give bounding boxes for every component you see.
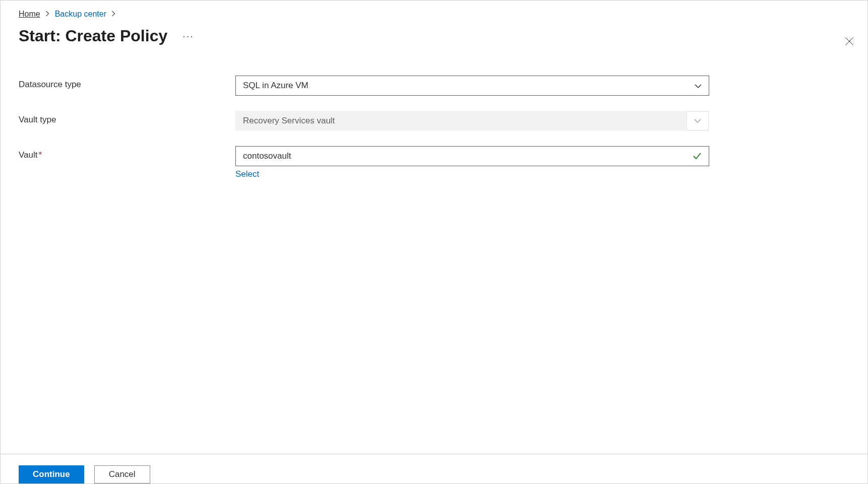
chevron-down-icon — [695, 82, 702, 89]
form-section: Datasource type SQL in Azure VM Vault ty… — [19, 76, 724, 179]
cancel-button[interactable]: Cancel — [94, 465, 150, 483]
continue-button[interactable]: Continue — [19, 465, 84, 483]
page-header: Start: Create Policy ··· — [19, 27, 849, 45]
datasource-type-label: Datasource type — [19, 76, 235, 90]
chevron-right-icon — [111, 10, 116, 18]
required-indicator: * — [39, 150, 42, 160]
datasource-type-dropdown[interactable]: SQL in Azure VM — [235, 76, 709, 96]
vault-row: Vault* contosovault Select — [19, 146, 724, 179]
close-button[interactable] — [843, 36, 855, 48]
more-actions-button[interactable]: ··· — [182, 30, 194, 42]
datasource-type-value: SQL in Azure VM — [243, 81, 308, 91]
vault-type-dropdown: Recovery Services vault — [235, 111, 709, 131]
datasource-type-row: Datasource type SQL in Azure VM — [19, 76, 724, 96]
chevron-right-icon — [45, 10, 50, 18]
check-icon — [693, 152, 702, 161]
vault-input[interactable]: contosovault — [235, 146, 709, 166]
vault-value: contosovault — [243, 151, 291, 161]
page-title: Start: Create Policy — [19, 27, 167, 45]
vault-type-value: Recovery Services vault — [243, 116, 335, 126]
chevron-down-icon — [687, 111, 709, 130]
close-icon — [844, 36, 854, 48]
vault-label-text: Vault — [19, 150, 38, 160]
footer-bar: Continue Cancel — [1, 454, 867, 483]
vault-type-label: Vault type — [19, 111, 235, 125]
breadcrumb: Home Backup center — [19, 10, 849, 19]
vault-type-row: Vault type Recovery Services vault — [19, 111, 724, 131]
vault-label: Vault* — [19, 146, 235, 160]
vault-select-link[interactable]: Select — [235, 169, 709, 179]
breadcrumb-backup-center[interactable]: Backup center — [55, 10, 106, 19]
breadcrumb-home[interactable]: Home — [19, 10, 40, 19]
